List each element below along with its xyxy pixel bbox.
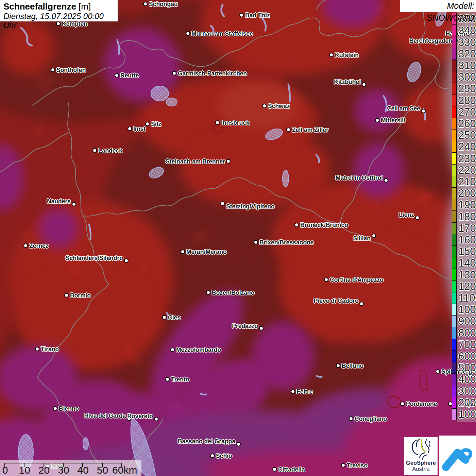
colorbar-tick-label: 1300 (458, 269, 476, 280)
map-title-box: Schneefallgrenze [m] Dienstag, 15.07.202… (0, 0, 118, 21)
colorbar-swatch (452, 385, 457, 397)
colorbar-swatch (452, 24, 457, 36)
colorbar-swatch (452, 280, 457, 292)
colorbar-swatch (452, 292, 457, 304)
scalebar-label: 30 (58, 464, 69, 476)
colorbar-swatch (452, 199, 457, 211)
partner-logo-box (439, 436, 476, 476)
colorbar-tick-label: 3300 (458, 37, 476, 47)
colorbar-swatch (452, 327, 457, 339)
colorbar-swatch (452, 129, 457, 141)
scalebar-label: 0 (2, 464, 8, 476)
colorbar-swatch (452, 257, 457, 269)
colorbar: 3500340033003200310030002900280027002600… (0, 0, 476, 476)
mountain-logo-icon (441, 440, 474, 472)
colorbar-swatch (452, 339, 457, 351)
colorbar-swatch (452, 210, 457, 222)
scalebar-label: 60km (112, 464, 137, 476)
scalebar-label: 40 (78, 464, 89, 476)
weather-map: SchongauBad TölzKemptenMurnau am Staffel… (0, 0, 476, 476)
colorbar-tick-label: 1500 (458, 246, 476, 257)
colorbar-swatch (452, 164, 457, 176)
colorbar-swatch (452, 118, 457, 130)
colorbar-tick-label: 3100 (458, 60, 476, 70)
colorbar-swatch (452, 83, 457, 95)
colorbar-tick-label: 2000 (458, 188, 476, 199)
colorbar-swatch (452, 362, 457, 374)
colorbar-swatch (452, 269, 457, 280)
colorbar-tick-label: 1800 (458, 211, 476, 222)
geosphere-logo-subtext: Austria (412, 466, 429, 473)
distance-scalebar: 0102030405060km (0, 460, 141, 476)
colorbar-swatch (452, 187, 457, 199)
colorbar-tick-label: 3400 (458, 25, 476, 36)
colorbar-swatch (452, 152, 457, 164)
geosphere-logo-box: GeoSphere Austria (404, 437, 438, 475)
scalebar-label: 20 (38, 464, 50, 476)
colorbar-swatch (452, 373, 457, 385)
colorbar-tick-label: 200 (458, 397, 476, 408)
colorbar-tick-label: 1400 (458, 258, 476, 268)
colorbar-swatch (452, 304, 457, 316)
colorbar-tick-label: 2200 (458, 165, 476, 175)
map-datetime: Dienstag, 15.07.2025 00:00 Uhr (3, 12, 114, 30)
geosphere-swirl-icon (409, 437, 433, 460)
colorbar-swatch (452, 48, 457, 60)
colorbar-swatch (452, 106, 457, 118)
colorbar-tick-label: 2600 (458, 118, 476, 129)
colorbar-tick-label: 3200 (458, 48, 476, 59)
colorbar-tick-label: 700 (458, 339, 476, 350)
colorbar-tick-label: 400 (458, 374, 476, 385)
model-label: Modell: SNOWGRID (400, 0, 476, 12)
colorbar-tick-label: 900 (458, 316, 476, 326)
colorbar-tick-label: 500 (458, 362, 476, 373)
scalebar-label: 10 (19, 464, 30, 476)
colorbar-swatch (452, 397, 457, 409)
colorbar-swatch (452, 315, 457, 327)
colorbar-swatch (452, 222, 457, 234)
colorbar-tick-label: 300 (458, 386, 476, 396)
colorbar-tick-label: 2500 (458, 130, 476, 140)
colorbar-swatch (452, 350, 457, 362)
colorbar-swatch (452, 245, 457, 257)
colorbar-swatch (452, 71, 457, 83)
colorbar-tick-label: 2900 (458, 83, 476, 94)
colorbar-swatch (452, 60, 457, 71)
colorbar-tick-label: 1900 (458, 200, 476, 210)
colorbar-swatch (452, 234, 457, 246)
colorbar-tick-label: 1700 (458, 223, 476, 233)
colorbar-tick-label: 1600 (458, 234, 476, 245)
colorbar-swatch (452, 94, 457, 106)
colorbar-tick-label: 100 (458, 409, 476, 419)
colorbar-swatch (452, 141, 457, 153)
colorbar-swatch (452, 36, 457, 48)
colorbar-tick-label: 1000 (458, 304, 476, 315)
colorbar-tick-label: 800 (458, 327, 476, 338)
colorbar-tick-label: 2400 (458, 141, 476, 152)
colorbar-tick-label: 1100 (458, 292, 476, 303)
colorbar-tick-label: 1200 (458, 281, 476, 291)
colorbar-tick-label: 2700 (458, 106, 476, 117)
geosphere-logo-text: GeoSphere (406, 460, 436, 466)
colorbar-tick-label: 3000 (458, 72, 476, 82)
colorbar-swatch (452, 408, 457, 420)
colorbar-tick-label: 2100 (458, 176, 476, 187)
page-title: Schneefallgrenze [m] (3, 2, 114, 12)
scalebar-label: 50 (97, 464, 108, 476)
colorbar-tick-label: 2800 (458, 95, 476, 105)
colorbar-swatch (452, 176, 457, 188)
colorbar-tick-label: 600 (458, 351, 476, 361)
colorbar-tick-label: 2300 (458, 153, 476, 164)
